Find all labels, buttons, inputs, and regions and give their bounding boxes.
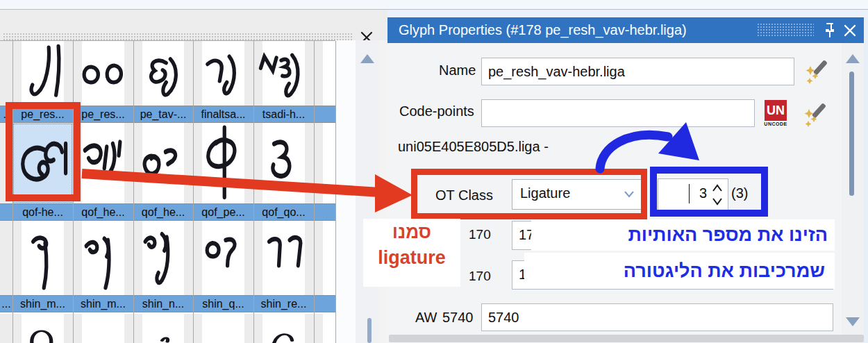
close-icon[interactable] xyxy=(843,24,857,37)
grid-line xyxy=(335,41,336,343)
glyph-cell[interactable] xyxy=(12,123,73,203)
grid-line xyxy=(193,41,194,343)
glyph-caption: tsadi-h... xyxy=(253,106,314,122)
name-label: Name xyxy=(439,62,476,78)
glyph-image xyxy=(0,123,12,203)
glyph-panel-titlebar[interactable] xyxy=(0,10,387,40)
glyph-image xyxy=(133,314,193,343)
glyph-cell-partial[interactable] xyxy=(314,221,335,295)
glyph-cell[interactable] xyxy=(73,41,133,106)
scroll-up-icon[interactable] xyxy=(360,54,374,63)
glyph-image xyxy=(253,221,314,295)
lsb-display: 170 xyxy=(469,227,491,242)
panel-top-gap xyxy=(387,10,868,17)
horizontal-scrollbar[interactable] xyxy=(389,335,864,342)
side-bearing xyxy=(314,221,323,295)
glyph-caption: shin_m... xyxy=(12,296,73,312)
pin-icon[interactable] xyxy=(824,22,836,39)
glyph-cell[interactable] xyxy=(193,314,253,343)
glyph-image xyxy=(12,41,73,106)
glyph-cell-partial[interactable] xyxy=(0,314,12,343)
aw-field[interactable]: 5740 xyxy=(481,303,833,331)
glyph-cell[interactable] xyxy=(133,221,193,295)
glyph-cell[interactable] xyxy=(133,123,193,203)
glyph-cell-partial[interactable] xyxy=(314,314,335,343)
glyph-cell[interactable] xyxy=(193,123,253,203)
drag-grip-texture[interactable] xyxy=(757,23,814,37)
aw-display: 5740 xyxy=(442,310,474,326)
grid-line xyxy=(12,41,13,343)
glyph-caption: qof_he... xyxy=(73,204,133,220)
annotation-red-latin: ligature xyxy=(363,247,460,269)
text-caret xyxy=(689,184,690,203)
annotation-blue-line1: הזינו את מספר האותיות xyxy=(531,219,835,251)
glyph-cell[interactable] xyxy=(73,123,133,203)
glyph-cell[interactable] xyxy=(253,221,314,295)
glyph-cell-partial[interactable] xyxy=(0,221,12,295)
components-spinner[interactable]: 3 xyxy=(658,178,728,212)
glyph-cell-partial[interactable] xyxy=(314,123,335,203)
chevron-down-icon xyxy=(622,189,636,200)
glyph-cell[interactable] xyxy=(193,41,253,106)
glyph-caption: shin_m... xyxy=(73,296,133,312)
properties-titlebar[interactable]: Glyph Properties (#178 pe_resh_vav-hebr.… xyxy=(387,17,864,43)
glyph-grid-margin xyxy=(335,40,356,343)
scrollbar-thumb[interactable] xyxy=(367,318,372,343)
glyph-grid-scrollbar[interactable] xyxy=(356,40,379,343)
glyph-image xyxy=(133,41,193,106)
side-bearing xyxy=(124,314,133,343)
grid-line xyxy=(73,41,74,343)
glyph-cell[interactable] xyxy=(133,314,193,343)
rsb-display: 170 xyxy=(469,269,491,284)
unicode-icon[interactable]: UN UNCODE xyxy=(763,100,788,129)
glyph-cell-partial[interactable] xyxy=(0,123,12,203)
glyph-caption: ... xyxy=(0,296,12,312)
glyph-cell[interactable] xyxy=(12,41,73,106)
ot-class-dropdown[interactable]: Ligature xyxy=(512,179,642,210)
glyph-cell[interactable] xyxy=(253,314,314,343)
glyph-cell-partial[interactable] xyxy=(0,41,12,106)
glyph-caption: pe_res... xyxy=(12,106,73,122)
glyph-cell[interactable] xyxy=(253,41,314,106)
glyph-image xyxy=(12,314,73,343)
glyph-caption: qof_qo... xyxy=(253,204,314,220)
glyph-cell[interactable] xyxy=(193,221,253,295)
glyph-caption: pe_tav-... xyxy=(133,106,193,122)
glyph-cell[interactable] xyxy=(73,314,133,343)
glyph-cell[interactable] xyxy=(73,221,133,295)
glyph-image xyxy=(73,41,133,106)
spinner-buttons[interactable] xyxy=(710,182,725,208)
glyph-caption: shin_q... xyxy=(193,296,253,312)
grid-line xyxy=(133,41,134,343)
annotation-blue-line2: שמרכיבות את הליגטורה xyxy=(524,253,835,289)
components-display: (3) xyxy=(731,185,748,201)
glyph-caption: qof_pe... xyxy=(193,204,253,220)
scroll-down-icon[interactable] xyxy=(846,317,860,326)
glyph-image xyxy=(133,221,193,295)
codepoints-field[interactable] xyxy=(481,99,755,127)
glyph-caption: qof-he... xyxy=(12,204,73,220)
glyph-image xyxy=(73,123,133,203)
scroll-up-icon[interactable] xyxy=(846,54,860,63)
side-bearing xyxy=(314,123,323,203)
ot-class-label: OT Class xyxy=(435,187,493,203)
glyph-image xyxy=(253,314,314,343)
ot-class-value: Ligature xyxy=(520,185,570,201)
glyph-cell[interactable] xyxy=(253,123,314,203)
glyph-caption: finaltsa... xyxy=(193,106,253,122)
window-top-strip xyxy=(0,0,868,10)
glyph-cell[interactable] xyxy=(12,314,73,343)
glyph-image xyxy=(12,123,73,203)
name-field[interactable]: pe_resh_vav-hebr.liga xyxy=(481,58,794,85)
glyph-caption: .. xyxy=(0,106,12,122)
panel-gap xyxy=(379,40,387,343)
grid-line xyxy=(253,41,254,343)
glyph-cell[interactable] xyxy=(12,221,73,295)
magic-wand-icon[interactable] xyxy=(803,101,828,128)
glyph-image xyxy=(193,41,253,106)
magic-wand-icon[interactable] xyxy=(804,58,829,85)
scrollbar-thumb[interactable] xyxy=(849,72,854,196)
glyph-cell-partial[interactable] xyxy=(314,41,335,106)
annotation-red-hebrew: סמנו xyxy=(363,221,460,243)
glyph-cell[interactable] xyxy=(133,41,193,106)
